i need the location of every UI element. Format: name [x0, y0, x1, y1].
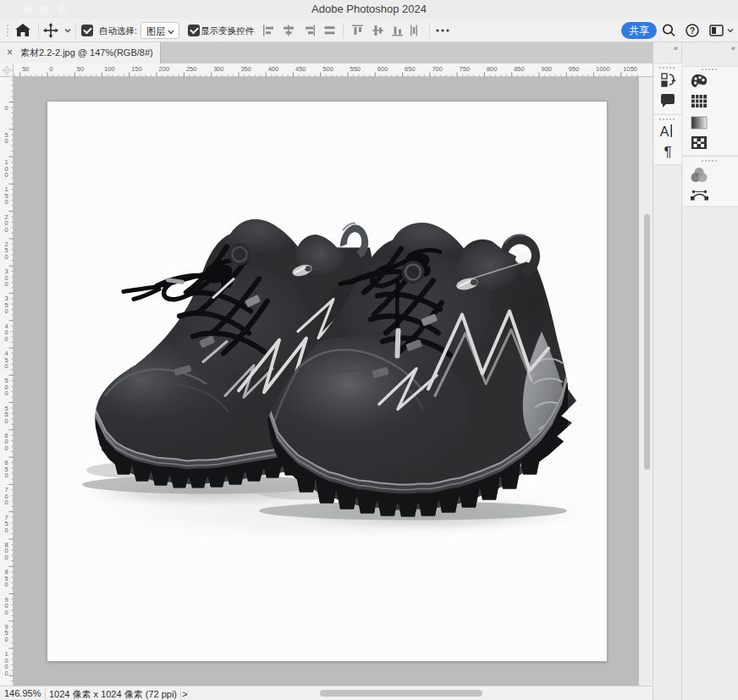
svg-text:200: 200: [159, 65, 170, 73]
svg-text:500: 500: [4, 377, 8, 397]
svg-text:900: 900: [542, 65, 553, 73]
svg-text:800: 800: [487, 65, 498, 73]
svg-text:250: 250: [4, 240, 8, 261]
svg-text:0: 0: [4, 104, 8, 112]
svg-text:50: 50: [77, 65, 84, 73]
svg-text:700: 700: [4, 486, 8, 506]
svg-text:100: 100: [104, 65, 115, 73]
svg-text:50: 50: [4, 131, 8, 146]
svg-text:1000: 1000: [4, 650, 8, 677]
svg-text:500: 500: [322, 65, 333, 73]
svg-text:550: 550: [350, 65, 361, 73]
svg-text:0: 0: [50, 65, 53, 73]
svg-text:600: 600: [4, 432, 8, 452]
svg-text:350: 350: [240, 65, 251, 73]
svg-text:700: 700: [432, 65, 443, 73]
svg-text:450: 450: [295, 65, 306, 73]
svg-text:850: 850: [514, 65, 525, 73]
svg-text:250: 250: [186, 65, 197, 73]
svg-text:¶: ¶: [664, 144, 671, 160]
svg-text:650: 650: [405, 65, 416, 73]
svg-text:800: 800: [4, 541, 8, 561]
svg-text:350: 350: [4, 295, 8, 315]
svg-text:?: ?: [690, 26, 695, 36]
svg-text:550: 550: [4, 405, 8, 425]
svg-text:150: 150: [131, 65, 142, 73]
svg-text:750: 750: [4, 514, 8, 534]
svg-text:900: 900: [4, 596, 8, 616]
svg-text:650: 650: [4, 459, 8, 479]
svg-text:300: 300: [4, 267, 8, 288]
svg-text:1050: 1050: [623, 65, 637, 73]
svg-text:600: 600: [377, 65, 388, 73]
svg-text:300: 300: [213, 65, 224, 73]
svg-text:A: A: [660, 124, 669, 139]
svg-text:750: 750: [460, 65, 471, 73]
svg-text:400: 400: [268, 65, 279, 73]
svg-text:100: 100: [4, 158, 8, 179]
svg-text:850: 850: [4, 568, 8, 588]
svg-text:150: 150: [4, 185, 8, 206]
svg-text:450: 450: [4, 350, 8, 370]
svg-text:400: 400: [4, 322, 8, 343]
svg-text:950: 950: [569, 65, 580, 73]
svg-text:50: 50: [22, 65, 29, 73]
svg-text:950: 950: [4, 623, 8, 643]
svg-text:200: 200: [4, 213, 8, 234]
svg-text:1000: 1000: [596, 65, 610, 73]
